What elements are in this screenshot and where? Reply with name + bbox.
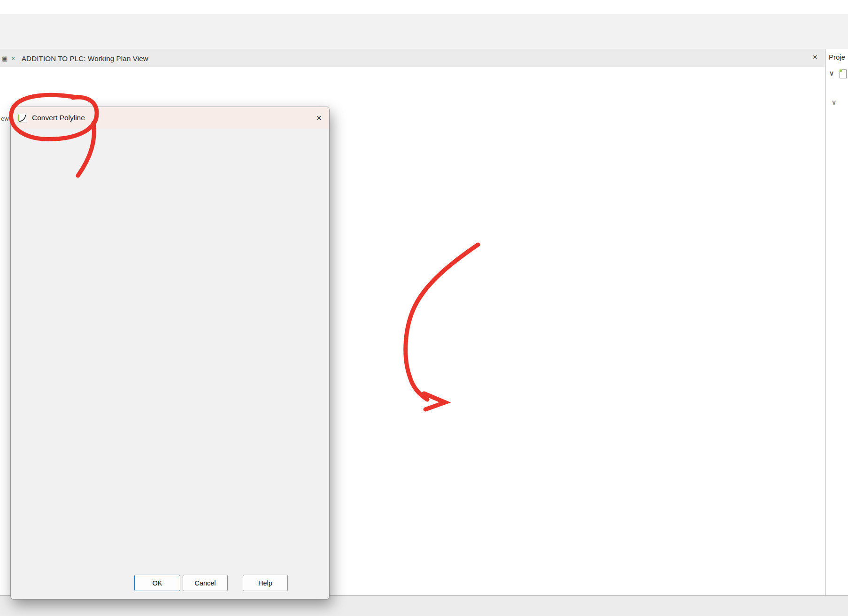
- plan-file-icon[interactable]: [840, 69, 847, 78]
- view-tab-title: ADDITION TO PLC: Working Plan View: [22, 54, 148, 62]
- dock-window-icon[interactable]: ▣: [2, 55, 8, 62]
- ok-button[interactable]: OK: [134, 575, 180, 591]
- cancel-button[interactable]: Cancel: [183, 575, 228, 591]
- drawing-toolbar: [0, 30, 848, 49]
- view-tab-bar: ▣ × ADDITION TO PLC: Working Plan View ×: [0, 49, 825, 68]
- close-dock-icon[interactable]: ×: [11, 55, 15, 62]
- project-browser-title: Proje: [825, 49, 848, 61]
- close-view-icon[interactable]: ×: [813, 53, 817, 62]
- main-toolbar: [0, 14, 848, 30]
- help-button[interactable]: Help: [243, 575, 288, 591]
- menu-bar: [0, 0, 848, 14]
- convert-polyline-dialog: Convert Polyline × OK Cancel Help: [10, 107, 330, 600]
- chevron-down-icon[interactable]: ∨: [829, 69, 834, 77]
- chevron-down-icon[interactable]: ∨: [832, 99, 836, 106]
- clipped-panel-text: ew: [1, 115, 9, 122]
- project-browser-panel: Proje ∨ ∨: [825, 49, 848, 595]
